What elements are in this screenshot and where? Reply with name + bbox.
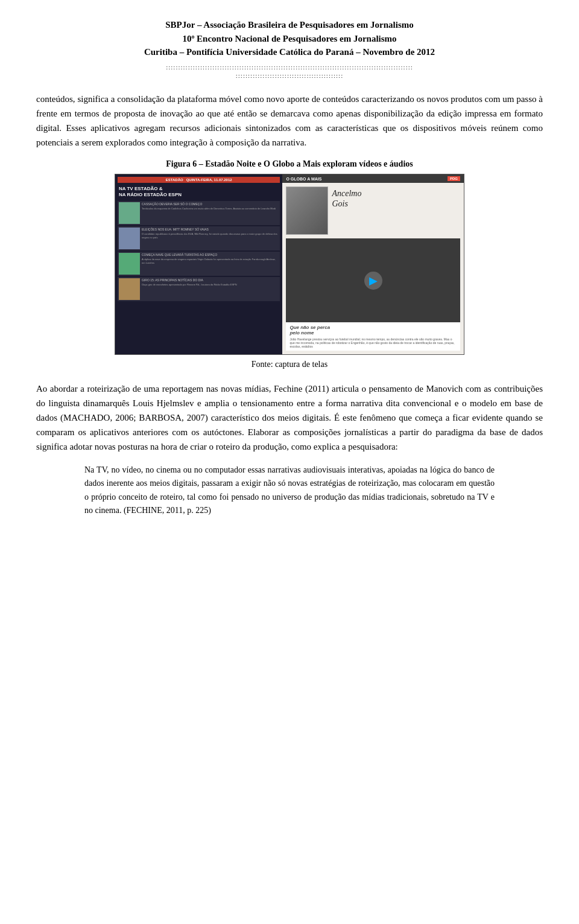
play-button[interactable]: ▶	[364, 272, 382, 290]
header: SBPJor – Associação Brasileira de Pesqui…	[36, 18, 543, 80]
estadao-item-4: GIRO 15: AS PRINCIPAIS NOTÍCIAS DO DIAOu…	[118, 277, 280, 301]
header-line2: 10º Encontro Nacional de Pesquisadores e…	[36, 32, 543, 46]
figure-caption-bold: Figura 6 –	[166, 159, 203, 168]
estadao-item-2: ELEIÇÕES NOS EUA: MITT ROMNEY SÓ VAIASO …	[118, 226, 280, 250]
globo-content: Ancelmo Gois ▶ Que não se perca pelo nom…	[282, 183, 464, 354]
globo-video: ▶	[286, 238, 460, 322]
header-line1: SBPJor – Associação Brasileira de Pesqui…	[36, 18, 543, 32]
header-line3: Curitiba – Pontifícia Universidade Catól…	[36, 45, 543, 59]
paragraph1: conteúdos, significa a consolidação da p…	[36, 92, 543, 150]
estadao-header: ESTADÃO QUINTA-FEIRA, 11.07.2012	[118, 177, 280, 183]
estadao-title: NA TV ESTADÃO &NA RÁDIO ESTADÃO ESPN	[118, 185, 280, 199]
decorative-line1: ::::::::::::::::::::::::::::::::::::::::…	[36, 63, 543, 71]
estadao-items: CASSAÇÃO DEVERIA SER SÓ O COMEÇOTentácul…	[118, 201, 280, 352]
paragraph2: Ao abordar a roteirização de uma reporta…	[36, 381, 543, 454]
decorative-line2: ::::::::::::::::::::::::::::::::::::::::…	[36, 71, 543, 80]
figure-right-panel: O GLOBO A MAIS PDG Ancelmo Gois ▶ Que nã…	[282, 174, 464, 354]
estadao-item-1: CASSAÇÃO DEVERIA SER SÓ O COMEÇOTentácul…	[118, 201, 280, 225]
globo-bottom-title: Que não se perca pelo nome	[290, 325, 457, 336]
figure-caption: Figura 6 – Estadão Noite e O Globo a Mai…	[36, 159, 543, 169]
globo-person: Ancelmo Gois	[286, 186, 460, 235]
figure-container: ESTADÃO QUINTA-FEIRA, 11.07.2012 NA TV E…	[36, 174, 543, 355]
indented-quote: Na TV, no vídeo, no cinema ou no computa…	[84, 464, 495, 518]
person-image	[286, 186, 328, 235]
globo-bottom: Que não se perca pelo nome João Havelang…	[286, 322, 460, 351]
estadao-item-3: COMEÇA NAVE QUE LEVARÁ TURISTAS AO ESPAÇ…	[118, 252, 280, 276]
person-name: Ancelmo Gois	[332, 186, 361, 235]
figure-caption-italic: Estadão Noite e O Globo a Mais exploram …	[205, 159, 413, 168]
figure-left-panel: ESTADÃO QUINTA-FEIRA, 11.07.2012 NA TV E…	[115, 174, 282, 354]
globo-header: O GLOBO A MAIS PDG	[282, 174, 464, 183]
figure-image: ESTADÃO QUINTA-FEIRA, 11.07.2012 NA TV E…	[115, 174, 464, 355]
figure-fonte: Fonte: captura de telas	[36, 360, 543, 369]
